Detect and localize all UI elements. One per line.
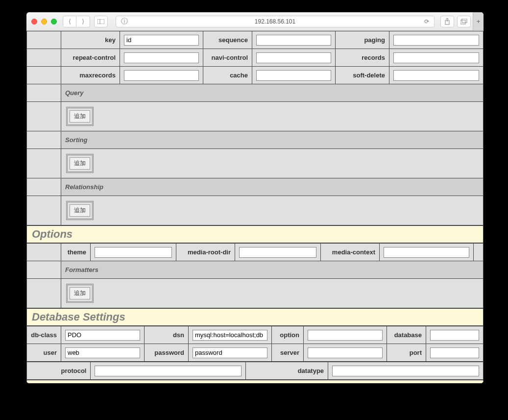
page-content: key sequence paging repeat-control navi-…: [26, 31, 484, 383]
maxrecords-label: maxrecords: [61, 67, 120, 84]
repeat-control-input[interactable]: [124, 52, 199, 63]
svg-rect-5: [462, 19, 467, 23]
add-formatter-wrap: 追加: [66, 284, 94, 303]
sequence-label: sequence: [203, 31, 252, 49]
theme-label: theme: [61, 244, 91, 261]
port-label: port: [387, 344, 426, 362]
option-input[interactable]: [308, 330, 383, 341]
sequence-input[interactable]: [256, 35, 331, 46]
window-controls: [31, 19, 57, 25]
query-header: Query: [61, 84, 484, 102]
dsn-input[interactable]: [193, 330, 267, 341]
add-query-wrap: 追加: [66, 107, 94, 126]
formatters-header: Formatters: [61, 261, 484, 279]
gutter: [27, 244, 61, 261]
port-input[interactable]: [430, 347, 479, 358]
cache-label: cache: [203, 67, 252, 84]
navi-control-input[interactable]: [256, 52, 331, 63]
options-header: Options: [27, 226, 484, 243]
gutter: [27, 149, 61, 178]
gutter: [474, 244, 484, 261]
media-context-input[interactable]: [384, 247, 469, 258]
reload-icon[interactable]: ⟳: [424, 18, 429, 25]
server-label: server: [272, 344, 304, 362]
theme-input[interactable]: [95, 247, 172, 258]
debug-header: Debug: [27, 380, 484, 384]
svg-rect-4: [460, 20, 465, 24]
options-table: Options: [26, 225, 484, 243]
zoom-icon[interactable]: [51, 19, 57, 25]
info-icon: ⓘ: [121, 17, 128, 26]
nav-buttons: ⟨ ⟩: [63, 16, 90, 27]
dsn-label: dsn: [145, 326, 189, 344]
protocol-input[interactable]: [95, 366, 242, 376]
context-settings-table: key sequence paging repeat-control navi-…: [26, 31, 484, 225]
db-header-table: Detabase Settings: [26, 308, 484, 326]
navi-control-label: navi-control: [203, 49, 252, 67]
forward-button[interactable]: ⟩: [76, 16, 90, 27]
gutter: [27, 84, 61, 102]
close-icon[interactable]: [31, 19, 37, 25]
debug-header-table: Debug: [26, 380, 484, 383]
maxrecords-input[interactable]: [124, 70, 199, 81]
share-button[interactable]: [440, 16, 454, 27]
relationship-header: Relationship: [61, 178, 484, 196]
server-input[interactable]: [308, 347, 383, 358]
browser-window: ⟨ ⟩ ⓘ 192.168.56.101 ⟳ +: [26, 12, 484, 383]
add-relationship-button[interactable]: 追加: [70, 204, 90, 217]
records-label: records: [336, 49, 389, 67]
url-text: 192.168.56.101: [255, 18, 295, 25]
add-relationship-wrap: 追加: [66, 201, 94, 220]
svg-rect-0: [97, 19, 104, 24]
user-label: user: [27, 344, 61, 362]
sorting-header: Sorting: [61, 131, 484, 149]
gutter: [27, 31, 61, 49]
toolbar-right: [440, 16, 471, 27]
key-label: key: [61, 31, 120, 49]
database-label: database: [387, 326, 426, 344]
gutter: [27, 178, 61, 196]
cache-input[interactable]: [256, 70, 331, 81]
media-root-dir-input[interactable]: [239, 247, 316, 258]
tabs-button[interactable]: [457, 16, 471, 27]
user-input[interactable]: [65, 347, 140, 358]
gutter: [27, 131, 61, 149]
new-tab-button[interactable]: +: [473, 12, 484, 31]
soft-delete-input[interactable]: [393, 70, 479, 81]
paging-input[interactable]: [393, 35, 479, 46]
gutter: [27, 261, 61, 279]
url-bar[interactable]: ⓘ 192.168.56.101 ⟳: [116, 16, 435, 27]
datatype-input[interactable]: [332, 366, 479, 376]
option-label: option: [272, 326, 304, 344]
gutter: [27, 49, 61, 67]
password-input[interactable]: [193, 347, 267, 358]
add-formatter-button[interactable]: 追加: [70, 287, 90, 299]
soft-delete-label: soft-delete: [336, 67, 389, 84]
password-label: password: [145, 344, 189, 362]
db-class-label: db-class: [27, 326, 61, 344]
db-settings-header: Detabase Settings: [27, 309, 484, 326]
gutter: [27, 67, 61, 84]
back-button[interactable]: ⟨: [63, 16, 76, 27]
db-grid: db-class dsn option database user passwo…: [26, 326, 484, 362]
gutter: [27, 279, 61, 308]
gutter: [27, 102, 61, 131]
db-grid-2: protocol datatype: [26, 362, 484, 380]
media-context-label: media-context: [321, 244, 380, 261]
records-input[interactable]: [393, 52, 479, 63]
gutter: [27, 196, 61, 225]
sidebar-toggle-button[interactable]: [94, 16, 108, 27]
key-input[interactable]: [124, 35, 199, 46]
add-sorting-wrap: 追加: [66, 154, 94, 173]
repeat-control-label: repeat-control: [61, 49, 120, 67]
add-sorting-button[interactable]: 追加: [70, 157, 90, 170]
titlebar: ⟨ ⟩ ⓘ 192.168.56.101 ⟳ +: [26, 12, 484, 31]
options-grid: theme media-root-dir media-context Forma…: [26, 243, 484, 308]
db-class-input[interactable]: [65, 330, 140, 341]
add-query-button[interactable]: 追加: [70, 110, 90, 123]
database-input[interactable]: [430, 330, 479, 341]
minimize-icon[interactable]: [41, 19, 47, 25]
paging-label: paging: [336, 31, 389, 49]
protocol-label: protocol: [27, 362, 91, 380]
datatype-label: datatype: [246, 362, 328, 380]
